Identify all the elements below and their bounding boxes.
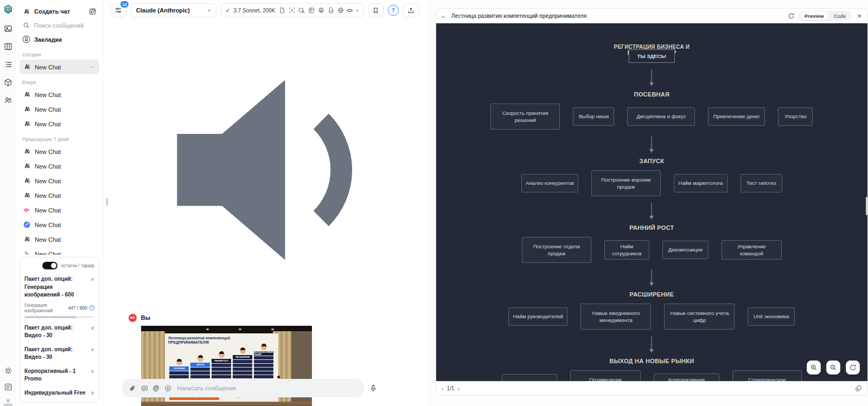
pagination-label: 1/1 <box>446 385 454 391</box>
search-messages[interactable]: Поиск сообщений <box>20 18 99 32</box>
panel-resize-handle[interactable] <box>106 198 108 205</box>
next-page-icon[interactable]: › <box>457 385 459 392</box>
bookmarks-button[interactable]: Закладки <box>20 32 99 47</box>
sidebar-chat-item[interactable]: A\New Chat <box>20 144 99 159</box>
microphone-icon[interactable] <box>369 384 377 392</box>
sidebar-chat-item[interactable]: A\New Chat <box>20 117 99 131</box>
mention-icon[interactable]: @ <box>153 384 159 392</box>
competency-box[interactable]: Навык ежедневного менеджмента <box>580 304 651 330</box>
list-icon[interactable] <box>4 60 12 69</box>
tab-code[interactable]: Code <box>829 12 851 20</box>
more-options-icon[interactable]: ⋯ <box>90 64 96 70</box>
competency-box[interactable]: Тест гипотез <box>741 174 782 192</box>
competency-box[interactable]: Построение воронки продаж <box>591 170 661 196</box>
model-provider-dropdown[interactable]: Claude (Anthropic) ∨ <box>131 3 216 17</box>
competency-box[interactable]: Оптимизация производства <box>570 370 641 381</box>
cube-icon[interactable] <box>4 78 12 87</box>
competency-box[interactable]: Анализ конкурентов <box>521 174 578 192</box>
sidebar-chat-item[interactable]: A\New Chat <box>20 102 99 117</box>
file-export-icon[interactable] <box>328 7 334 14</box>
message-input[interactable]: @ Написать сообщение <box>122 379 364 397</box>
competency-box[interactable]: Скорость принятия решений <box>490 104 560 130</box>
model-settings-button[interactable]: 13 <box>110 3 126 17</box>
competency-box[interactable]: Построение отдела продаж <box>522 237 591 263</box>
competency-box[interactable]: Unit экономика <box>748 307 795 326</box>
templates-icon[interactable] <box>141 385 148 392</box>
sidebar-chat-item[interactable]: A\New Chat <box>20 87 99 102</box>
news-icon[interactable] <box>4 383 12 391</box>
competency-box[interactable]: Найм маркетолога <box>674 174 727 192</box>
competency-box[interactable]: Декомпозиция <box>662 241 709 259</box>
users-icon[interactable] <box>4 96 12 105</box>
file-icon[interactable] <box>279 7 285 14</box>
printer-icon[interactable] <box>318 7 324 14</box>
attach-icon[interactable] <box>129 385 136 392</box>
check-icon: ✓ <box>226 8 230 14</box>
competency-box[interactable]: Привлечение денег <box>708 107 765 126</box>
chat-item-label: New Chat <box>35 106 96 113</box>
gallery-icon[interactable] <box>4 24 12 33</box>
compose-icon[interactable] <box>89 8 97 15</box>
plan-package[interactable]: Пакет доп. опций: Видео - 30∨ <box>24 324 94 340</box>
zoom-out-button[interactable] <box>826 360 840 375</box>
share-button[interactable] <box>403 3 419 17</box>
tab-preview[interactable]: Preview <box>800 12 828 20</box>
refresh-icon[interactable] <box>788 12 795 20</box>
user-label: Вы <box>141 314 150 321</box>
reset-zoom-button[interactable] <box>846 360 860 375</box>
chevron-icon: ∨ <box>91 325 94 332</box>
sidebar-chat-item[interactable]: New Chat <box>20 217 99 232</box>
help-button[interactable]: ? <box>388 5 399 16</box>
balance-toggle[interactable] <box>42 262 58 269</box>
plan-package[interactable]: Корпоративный - 1 Promo∨ <box>24 368 94 383</box>
plan-package[interactable]: Индивидуальный Free∨ <box>24 389 94 397</box>
sidebar-chat-item[interactable]: A\New Chat <box>20 188 99 203</box>
chat-scroll-area[interactable]: ВО Вы Лестница развития компетенций ПРЕД… <box>103 20 429 406</box>
board-icon[interactable] <box>4 42 12 51</box>
sidebar-chat-item[interactable]: A\New Chat <box>20 159 99 173</box>
competency-box[interactable]: Выбор ниши <box>573 107 614 126</box>
plan-package-label: Индивидуальный Free <box>24 389 88 397</box>
info-icon[interactable]: ? <box>89 305 94 311</box>
competency-box[interactable]: Дисциплина и фокус <box>627 107 695 126</box>
sidebar-chat-item[interactable]: A\New Chat <box>20 173 99 188</box>
competency-box[interactable]: Управление командой <box>722 240 782 260</box>
chat-item-label: New Chat <box>35 121 96 127</box>
competency-box[interactable]: Стратегическое мышление <box>732 370 802 381</box>
add-icon[interactable] <box>164 385 171 392</box>
prev-page-icon[interactable]: ‹ <box>442 385 444 392</box>
plan-package[interactable]: Пакет доп. опций: Генерация изображений … <box>24 275 94 299</box>
anthropic-icon: A\ <box>23 163 31 169</box>
code-icon[interactable]: <> <box>347 8 353 14</box>
sidebar-chat-item[interactable]: New Chat <box>20 203 99 217</box>
sidebar-chat-item[interactable]: A\New Chat <box>20 232 99 247</box>
theme-sun-icon[interactable] <box>4 366 12 375</box>
competency-box[interactable]: Навык найма топов <box>502 374 557 381</box>
speaker-icon[interactable] <box>141 26 429 314</box>
back-icon[interactable]: ← <box>441 12 447 20</box>
diagram-canvas[interactable]: РЕГИСТРАЦИЯ БИЗНЕСА И ПОЛУЧЕНИЕ МЕР ТЫ З… <box>436 23 867 381</box>
scrollbar-thumb[interactable] <box>866 197 867 215</box>
spreadsheet-icon[interactable] <box>308 7 315 14</box>
close-icon[interactable]: × <box>856 12 863 20</box>
image-search-icon[interactable] <box>298 7 305 14</box>
chevron-icon: ∨ <box>91 346 94 353</box>
competency-box[interactable]: Найм руководителей <box>508 307 567 326</box>
plan-package-label: Пакет доп. опций: Генерация изображений … <box>24 275 88 299</box>
competency-box[interactable]: Корпоративная культура <box>654 373 719 381</box>
plan-package[interactable]: Пакет доп. опций: Видео - 30∨ <box>24 346 94 362</box>
bookmark-button[interactable] <box>368 3 384 17</box>
app-logo[interactable] <box>3 4 14 15</box>
pop-out-icon[interactable] <box>855 385 862 392</box>
competency-box[interactable]: Упорство <box>778 107 813 126</box>
globe-icon[interactable] <box>337 7 344 14</box>
competency-box[interactable]: Навык системного учета цифр <box>664 304 735 330</box>
sidebar-chat-item[interactable]: A\New Chat⋯ <box>20 60 99 74</box>
scan-icon[interactable] <box>289 7 295 14</box>
create-chat-button[interactable]: A\ Создать чат <box>20 4 99 18</box>
sidebar-chat-item[interactable]: ✎New Chat <box>20 247 99 255</box>
model-pill[interactable]: ✓ 3.7 Sonnet, 200K <> ∨ <box>221 3 364 17</box>
competency-box[interactable]: Найм сотрудников <box>604 240 649 260</box>
zoom-in-button[interactable] <box>807 360 821 375</box>
chevron-down-icon[interactable]: ∨ <box>355 8 359 13</box>
